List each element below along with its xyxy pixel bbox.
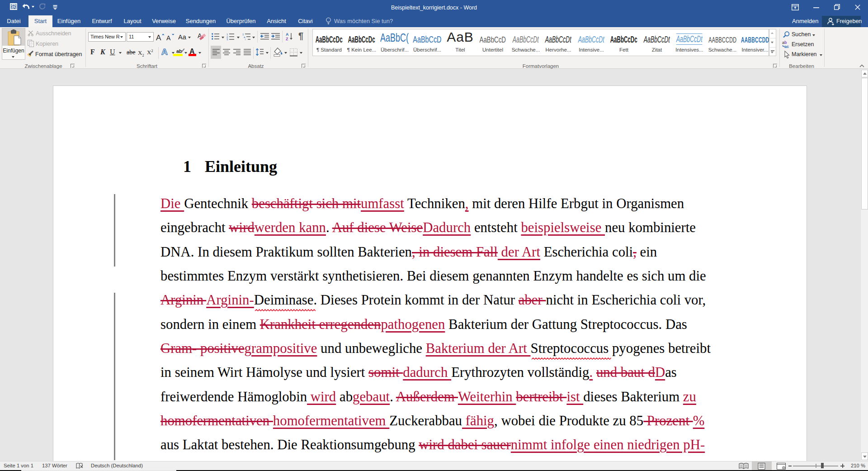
svg-text:Z: Z <box>286 37 288 41</box>
svg-text:ab: ab <box>176 48 182 54</box>
svg-text:A: A <box>286 32 289 37</box>
svg-text:A: A <box>166 34 171 42</box>
svg-text:ac: ac <box>784 44 789 49</box>
svg-text:i: i <box>245 38 245 41</box>
svg-text:3: 3 <box>226 38 228 41</box>
svg-text:A: A <box>156 33 161 42</box>
